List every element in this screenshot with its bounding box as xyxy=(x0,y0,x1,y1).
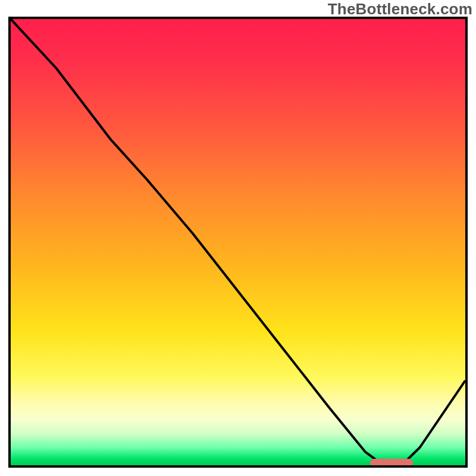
plot-area xyxy=(8,17,468,468)
chart-stage: TheBottleneck.com xyxy=(0,0,476,476)
curve-svg xyxy=(11,19,465,465)
bottleneck-curve-path xyxy=(11,19,465,465)
watermark-text: TheBottleneck.com xyxy=(328,0,472,18)
optimal-zone-marker xyxy=(370,459,414,467)
